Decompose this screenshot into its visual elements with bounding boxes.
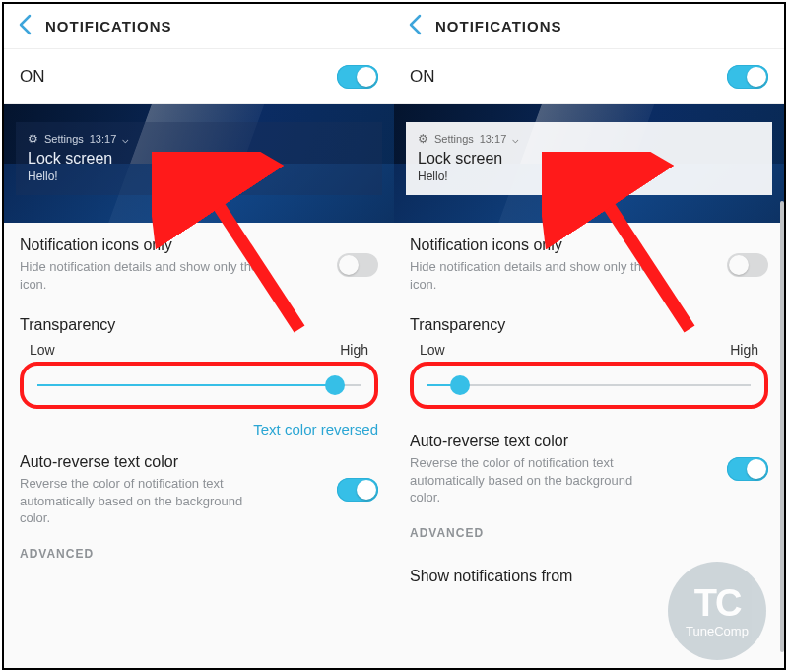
preview-app: Settings <box>44 133 84 145</box>
icons-only-sub: Hide notification details and show only … <box>410 258 666 293</box>
preview-card: ⚙ Settings 13:17 ⌵ Lock screen Hello! <box>16 122 382 195</box>
preview-body: Hello! <box>418 169 760 183</box>
settings-icon: ⚙ <box>28 132 38 146</box>
transparency-high-label: High <box>730 342 758 358</box>
preview-title: Lock screen <box>28 150 370 168</box>
scrollbar[interactable] <box>780 201 784 652</box>
icons-only-toggle[interactable] <box>727 253 768 277</box>
advanced-header: ADVANCED <box>394 520 784 556</box>
icons-only-toggle[interactable] <box>337 253 378 277</box>
right-screenshot: NOTIFICATIONS ON ⚙ Settings 13:17 ⌵ Lock… <box>394 4 784 668</box>
transparency-slider-highlight <box>410 362 768 409</box>
on-row: ON <box>4 49 394 104</box>
transparency-section: Transparency Low High <box>4 306 394 415</box>
auto-reverse-row[interactable]: Auto-reverse text color Reverse the colo… <box>4 439 394 541</box>
back-icon[interactable] <box>408 14 422 39</box>
back-icon[interactable] <box>18 14 32 39</box>
app-header: NOTIFICATIONS <box>394 4 784 49</box>
transparency-slider[interactable] <box>37 375 361 395</box>
chevron-down-icon: ⌵ <box>122 133 129 146</box>
icons-only-title: Notification icons only <box>410 236 666 254</box>
auto-reverse-title: Auto-reverse text color <box>20 453 276 471</box>
auto-reverse-toggle[interactable] <box>337 478 378 502</box>
page-title: NOTIFICATIONS <box>45 18 172 34</box>
page-title: NOTIFICATIONS <box>435 18 562 34</box>
transparency-high-label: High <box>340 342 368 358</box>
text-color-reversed-label: Text color reversed <box>4 415 394 439</box>
watermark-abbr: TC <box>694 584 741 622</box>
preview-app: Settings <box>434 133 474 145</box>
show-notifications-from[interactable]: Show notifications from <box>394 556 784 585</box>
preview-card: ⚙ Settings 13:17 ⌵ Lock screen Hello! <box>406 122 772 195</box>
auto-reverse-sub: Reverse the color of notification text a… <box>410 454 666 506</box>
preview-time: 13:17 <box>480 133 507 145</box>
auto-reverse-sub: Reverse the color of notification text a… <box>20 475 276 527</box>
transparency-slider-highlight <box>20 362 378 409</box>
preview-meta: ⚙ Settings 13:17 ⌵ <box>28 132 370 146</box>
icons-only-row[interactable]: Notification icons only Hide notificatio… <box>4 223 394 306</box>
watermark-name: TuneComp <box>686 624 749 638</box>
left-screenshot: NOTIFICATIONS ON ⚙ Settings 13:17 ⌵ Lock… <box>4 4 394 668</box>
settings-icon: ⚙ <box>418 132 428 146</box>
preview-meta: ⚙ Settings 13:17 ⌵ <box>418 132 760 146</box>
preview-title: Lock screen <box>418 150 760 168</box>
icons-only-title: Notification icons only <box>20 236 276 254</box>
transparency-title: Transparency <box>20 316 378 334</box>
icons-only-row[interactable]: Notification icons only Hide notificatio… <box>394 223 784 306</box>
advanced-header: ADVANCED <box>4 541 394 576</box>
preview-body: Hello! <box>28 169 370 183</box>
icons-only-sub: Hide notification details and show only … <box>20 258 276 293</box>
transparency-slider[interactable] <box>427 375 751 395</box>
notification-preview: ⚙ Settings 13:17 ⌵ Lock screen Hello! <box>394 104 784 223</box>
transparency-low-label: Low <box>420 342 445 358</box>
transparency-title: Transparency <box>410 316 768 334</box>
preview-time: 13:17 <box>90 133 117 145</box>
on-label: ON <box>410 67 435 87</box>
auto-reverse-row[interactable]: Auto-reverse text color Reverse the colo… <box>394 415 784 520</box>
on-label: ON <box>20 67 45 87</box>
notification-preview: ⚙ Settings 13:17 ⌵ Lock screen Hello! <box>4 104 394 223</box>
notifications-toggle[interactable] <box>727 65 768 89</box>
transparency-section: Transparency Low High <box>394 306 784 415</box>
auto-reverse-title: Auto-reverse text color <box>410 433 666 450</box>
on-row: ON <box>394 49 784 104</box>
notifications-toggle[interactable] <box>337 65 378 89</box>
app-header: NOTIFICATIONS <box>4 4 394 49</box>
auto-reverse-toggle[interactable] <box>727 457 768 481</box>
transparency-low-label: Low <box>30 342 55 358</box>
chevron-down-icon: ⌵ <box>512 133 519 146</box>
